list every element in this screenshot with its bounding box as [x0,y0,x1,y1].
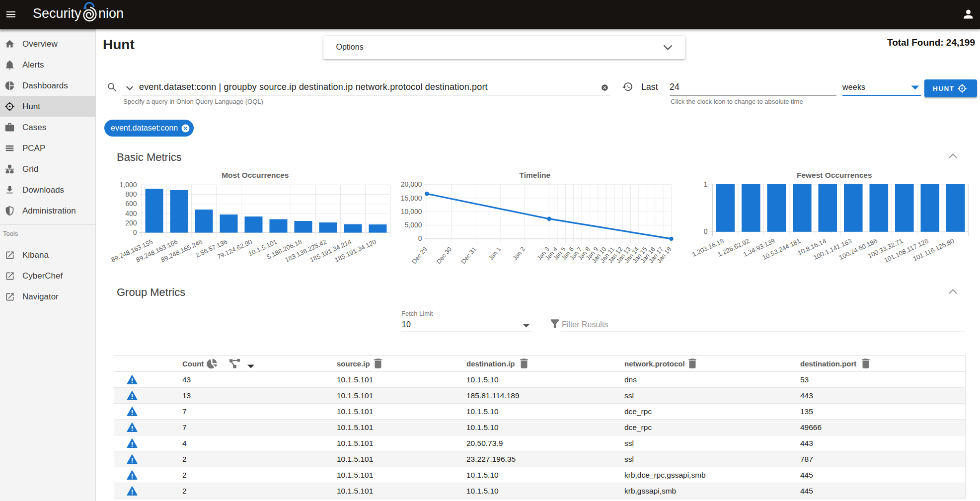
svg-text:800: 800 [125,190,137,198]
svg-text:0: 0 [133,228,137,236]
svg-text:400: 400 [125,210,137,217]
svg-text:200: 200 [125,219,137,227]
svg-text:600: 600 [125,200,137,208]
svg-text:Most Occurrences: Most Occurrences [222,171,289,179]
svg-text:1,000: 1,000 [119,181,137,189]
